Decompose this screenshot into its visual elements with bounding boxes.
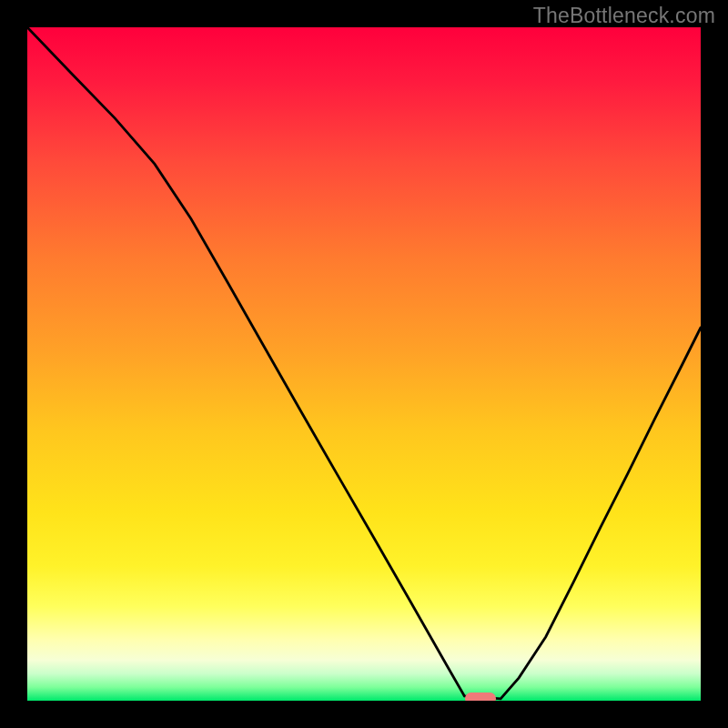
watermark-text: TheBottleneck.com: [533, 4, 715, 28]
plot-area: [27, 27, 701, 701]
bottleneck-curve: [27, 27, 701, 699]
curve-layer: [27, 27, 701, 701]
optimum-marker: [465, 693, 497, 701]
chart-frame: TheBottleneck.com: [0, 0, 728, 728]
